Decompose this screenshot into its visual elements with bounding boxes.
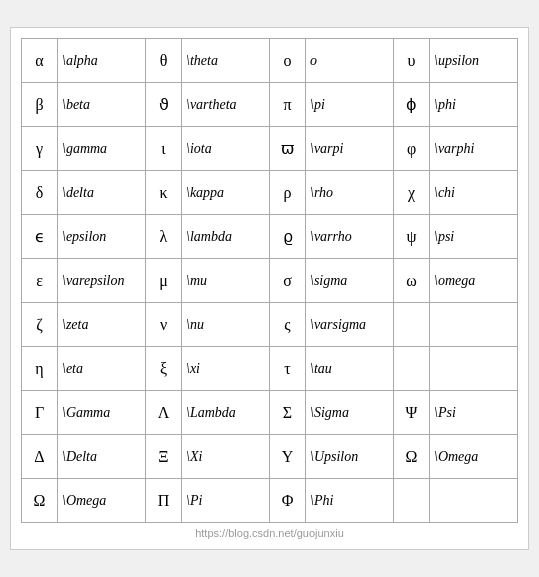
command-cell: \Psi [430, 391, 518, 435]
command-cell: \rho [306, 171, 394, 215]
command-cell: \Upsilon [306, 435, 394, 479]
command-cell: \iota [182, 127, 270, 171]
command-cell: \tau [306, 347, 394, 391]
symbol-cell: ϖ [270, 127, 306, 171]
command-cell: \nu [182, 303, 270, 347]
command-cell: \psi [430, 215, 518, 259]
symbol-cell [394, 479, 430, 523]
command-cell: \varphi [430, 127, 518, 171]
symbol-cell: β [22, 83, 58, 127]
command-cell: \Sigma [306, 391, 394, 435]
symbol-cell: ε [22, 259, 58, 303]
symbol-cell: μ [146, 259, 182, 303]
command-cell: \lambda [182, 215, 270, 259]
symbol-cell: ϱ [270, 215, 306, 259]
command-cell: \varpi [306, 127, 394, 171]
symbol-cell [394, 347, 430, 391]
symbol-cell: δ [22, 171, 58, 215]
table-row: β\betaϑ\varthetaπ\piϕ\phi [22, 83, 518, 127]
symbol-cell: Γ [22, 391, 58, 435]
symbol-cell: ϑ [146, 83, 182, 127]
command-cell: \Xi [182, 435, 270, 479]
symbol-cell: ν [146, 303, 182, 347]
command-cell: \Gamma [58, 391, 146, 435]
symbol-cell: ϕ [394, 83, 430, 127]
symbol-cell: φ [394, 127, 430, 171]
command-cell: \xi [182, 347, 270, 391]
symbol-cell: ρ [270, 171, 306, 215]
command-cell: \Pi [182, 479, 270, 523]
symbol-cell: o [270, 39, 306, 83]
symbol-cell: ω [394, 259, 430, 303]
symbol-cell: θ [146, 39, 182, 83]
table-row: ζ\zetaν\nuς\varsigma [22, 303, 518, 347]
command-cell: \varsigma [306, 303, 394, 347]
table-row: γ\gammaι\iotaϖ\varpiφ\varphi [22, 127, 518, 171]
symbol-cell: α [22, 39, 58, 83]
command-cell: \varepsilon [58, 259, 146, 303]
table-row: δ\deltaκ\kappaρ\rhoχ\chi [22, 171, 518, 215]
symbol-cell: ϵ [22, 215, 58, 259]
table-row: η\etaξ\xiτ\tau [22, 347, 518, 391]
command-cell: \varrho [306, 215, 394, 259]
symbol-cell: λ [146, 215, 182, 259]
command-cell: \eta [58, 347, 146, 391]
symbol-cell: υ [394, 39, 430, 83]
symbol-cell [394, 303, 430, 347]
symbol-cell: π [270, 83, 306, 127]
command-cell [430, 347, 518, 391]
command-cell: \Omega [58, 479, 146, 523]
symbol-cell: κ [146, 171, 182, 215]
command-cell [430, 479, 518, 523]
symbol-cell: Ξ [146, 435, 182, 479]
symbol-cell: Ω [394, 435, 430, 479]
command-cell: \zeta [58, 303, 146, 347]
table-row: α\alphaθ\thetaooυ\upsilon [22, 39, 518, 83]
symbol-cell: Υ [270, 435, 306, 479]
command-cell: \sigma [306, 259, 394, 303]
symbol-cell: σ [270, 259, 306, 303]
symbol-cell: γ [22, 127, 58, 171]
command-cell: \Delta [58, 435, 146, 479]
greek-letters-table: α\alphaθ\thetaooυ\upsilonβ\betaϑ\varthet… [21, 38, 518, 523]
main-container: α\alphaθ\thetaooυ\upsilonβ\betaϑ\varthet… [10, 27, 529, 550]
symbol-cell: Π [146, 479, 182, 523]
table-row: ϵ\epsilonλ\lambdaϱ\varrhoψ\psi [22, 215, 518, 259]
command-cell: \alpha [58, 39, 146, 83]
watermark: https://blog.csdn.net/guojunxiu [21, 527, 518, 539]
command-cell: \phi [430, 83, 518, 127]
symbol-cell: Λ [146, 391, 182, 435]
command-cell [430, 303, 518, 347]
symbol-cell: ι [146, 127, 182, 171]
symbol-cell: Ω [22, 479, 58, 523]
symbol-cell: Δ [22, 435, 58, 479]
command-cell: \upsilon [430, 39, 518, 83]
command-cell: \Lambda [182, 391, 270, 435]
symbol-cell: ξ [146, 347, 182, 391]
table-row: Δ\DeltaΞ\XiΥ\UpsilonΩ\Omega [22, 435, 518, 479]
command-cell: \mu [182, 259, 270, 303]
command-cell: \Phi [306, 479, 394, 523]
command-cell: \chi [430, 171, 518, 215]
command-cell: \epsilon [58, 215, 146, 259]
command-cell: \kappa [182, 171, 270, 215]
symbol-cell: η [22, 347, 58, 391]
table-row: Γ\GammaΛ\LambdaΣ\SigmaΨ\Psi [22, 391, 518, 435]
command-cell: \theta [182, 39, 270, 83]
command-cell: o [306, 39, 394, 83]
command-cell: \omega [430, 259, 518, 303]
command-cell: \vartheta [182, 83, 270, 127]
command-cell: \pi [306, 83, 394, 127]
symbol-cell: ψ [394, 215, 430, 259]
symbol-cell: Φ [270, 479, 306, 523]
command-cell: \beta [58, 83, 146, 127]
symbol-cell: χ [394, 171, 430, 215]
symbol-cell: Ψ [394, 391, 430, 435]
symbol-cell: ς [270, 303, 306, 347]
command-cell: \Omega [430, 435, 518, 479]
command-cell: \gamma [58, 127, 146, 171]
symbol-cell: τ [270, 347, 306, 391]
symbol-cell: Σ [270, 391, 306, 435]
symbol-cell: ζ [22, 303, 58, 347]
table-row: Ω\OmegaΠ\PiΦ\Phi [22, 479, 518, 523]
